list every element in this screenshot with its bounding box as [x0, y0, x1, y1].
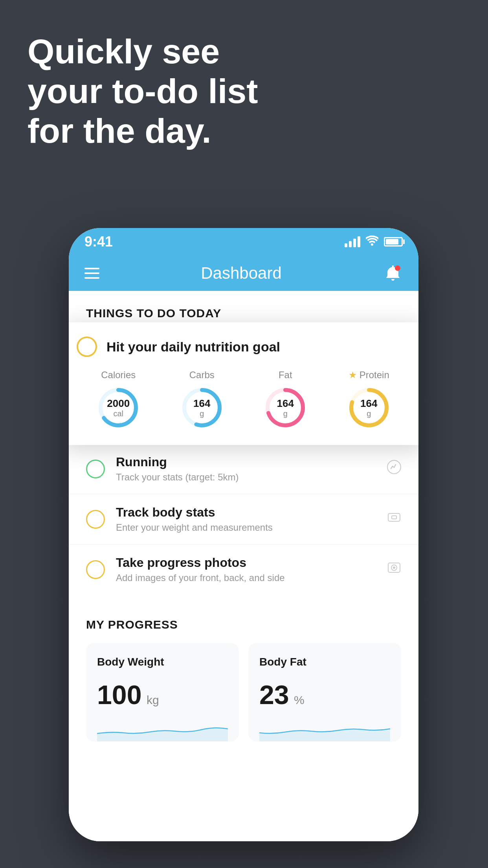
- body-weight-number: 100: [97, 680, 141, 710]
- status-time: 9:41: [84, 234, 113, 250]
- phone-mockup: 9:41 Dashboard: [69, 228, 418, 841]
- body-weight-card: Body Weight 100 kg: [86, 643, 239, 741]
- body-weight-title: Body Weight: [97, 656, 228, 668]
- todo-item-photos[interactable]: Take progress photos Add images of your …: [69, 544, 418, 594]
- body-fat-title: Body Fat: [259, 656, 390, 668]
- status-icons: [345, 235, 403, 248]
- wifi-icon: [366, 235, 378, 248]
- status-bar: 9:41: [69, 228, 418, 256]
- body-fat-unit: %: [294, 693, 305, 706]
- todo-item-body-stats[interactable]: Track body stats Enter your weight and m…: [69, 494, 418, 544]
- star-icon: ★: [349, 370, 357, 381]
- todo-list: Running Track your stats (target: 5km) T…: [69, 443, 418, 594]
- body-fat-value: 23 %: [259, 679, 390, 710]
- calories-ring: 2000 cal: [97, 386, 140, 429]
- menu-button[interactable]: [84, 268, 99, 279]
- todo-circle-running: [86, 460, 105, 478]
- nutrition-card-header: Hit your daily nutrition goal: [77, 337, 411, 357]
- nutrition-card: Hit your daily nutrition goal Calories 2: [69, 322, 418, 445]
- macro-fat: Fat 164 g: [264, 370, 307, 429]
- headline-line1: Quickly see: [28, 31, 258, 71]
- macro-circles: Calories 2000 cal: [77, 370, 411, 429]
- progress-section-title: MY PROGRESS: [86, 618, 401, 631]
- headline-line2: your to-do list: [28, 71, 258, 111]
- progress-section: MY PROGRESS Body Weight 100 kg: [69, 602, 418, 741]
- battery-icon: [384, 237, 403, 246]
- todo-circle-photos: [86, 560, 105, 579]
- headline-line3: for the day.: [28, 111, 258, 151]
- nutrition-card-title: Hit your daily nutrition goal: [106, 339, 280, 355]
- body-fat-chart: [259, 718, 390, 741]
- macro-carbs-label: Carbs: [189, 370, 215, 381]
- svg-point-14: [393, 566, 395, 569]
- svg-rect-11: [392, 516, 396, 519]
- macro-carbs: Carbs 164 g: [180, 370, 224, 429]
- todo-circle-body-stats: [86, 510, 105, 529]
- todo-text-photos: Take progress photos Add images of your …: [116, 555, 376, 583]
- macro-fat-label: Fat: [279, 370, 292, 381]
- running-icon: [387, 460, 401, 478]
- app-content: THINGS TO DO TODAY Hit your daily nutrit…: [69, 291, 418, 841]
- body-fat-card: Body Fat 23 %: [248, 643, 401, 741]
- progress-cards: Body Weight 100 kg Body Fat: [86, 643, 401, 741]
- fat-ring: 164 g: [264, 386, 307, 429]
- app-header: Dashboard: [69, 256, 418, 291]
- headline: Quickly see your to-do list for the day.: [28, 31, 258, 151]
- nutrition-check-circle[interactable]: [77, 337, 97, 357]
- macro-protein-label: ★ Protein: [349, 370, 389, 381]
- macro-calories: Calories 2000 cal: [97, 370, 140, 429]
- body-fat-number: 23: [259, 680, 289, 710]
- photo-icon: [387, 561, 401, 578]
- carbs-ring: 164 g: [180, 386, 224, 429]
- signal-icon: [345, 236, 360, 247]
- protein-ring: 164 g: [347, 386, 391, 429]
- todo-item-running[interactable]: Running Track your stats (target: 5km): [69, 443, 418, 494]
- header-title: Dashboard: [201, 264, 281, 283]
- body-weight-chart: [97, 718, 228, 741]
- svg-point-0: [395, 265, 400, 271]
- scale-icon: [387, 510, 401, 528]
- body-weight-value: 100 kg: [97, 679, 228, 710]
- todo-text-running: Running Track your stats (target: 5km): [116, 455, 376, 483]
- macro-calories-label: Calories: [101, 370, 136, 381]
- todo-text-body-stats: Track body stats Enter your weight and m…: [116, 505, 376, 533]
- svg-rect-10: [388, 513, 400, 521]
- notification-button[interactable]: [383, 263, 403, 283]
- macro-protein: ★ Protein 164 g: [347, 370, 391, 429]
- body-weight-unit: kg: [147, 693, 159, 706]
